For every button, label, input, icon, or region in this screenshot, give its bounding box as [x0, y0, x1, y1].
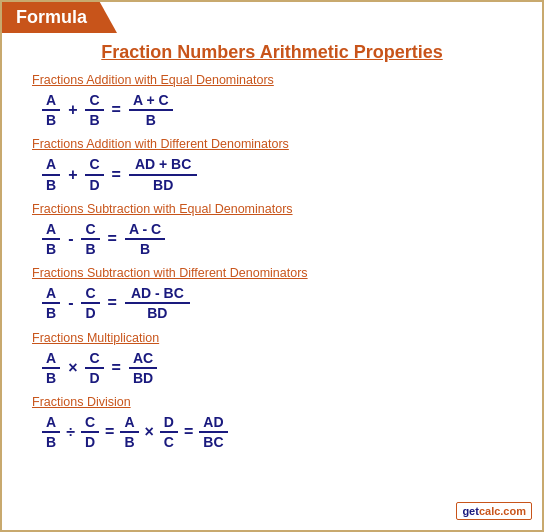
section-label-div: Fractions Division	[32, 395, 512, 409]
frac-admbc-bd: AD - BCBD	[125, 284, 190, 322]
section-label-sub-diff: Fractions Subtraction with Different Den…	[32, 266, 512, 280]
frac-a-b-4: AB	[42, 284, 60, 322]
op-times-2: ×	[145, 423, 154, 441]
frac-c-d-1: CD	[85, 155, 103, 193]
frac-c-d-2: CD	[81, 284, 99, 322]
formula-addition-equal: AB + CB = A + CB	[42, 91, 512, 129]
eq-2: =	[112, 166, 121, 184]
eq-7: =	[184, 423, 193, 441]
formula-addition-diff: AB + CD = AD + BCBD	[42, 155, 512, 193]
op-minus-1: -	[68, 230, 73, 248]
frac-amc-b: A - CB	[125, 220, 165, 258]
op-minus-2: -	[68, 294, 73, 312]
frac-ac-bd: ACBD	[129, 349, 157, 387]
main-title: Fraction Numbers Arithmetic Properties	[32, 42, 512, 63]
frac-a-b-5: AB	[42, 349, 60, 387]
frac-c-d-4: CD	[81, 413, 99, 451]
frac-c-b-2: CB	[81, 220, 99, 258]
eq-3: =	[108, 230, 117, 248]
logo-tld: .com	[500, 505, 526, 517]
formula-sub-equal: AB - CB = A - CB	[42, 220, 512, 258]
tab-label: Formula	[16, 7, 87, 27]
formula-tab: Formula	[2, 2, 117, 33]
formula-div: AB ÷ CD = AB × DC = ADBC	[42, 413, 512, 451]
formula-mult: AB × CD = ACBD	[42, 349, 512, 387]
frac-a-b-6: AB	[42, 413, 60, 451]
frac-c-d-3: CD	[85, 349, 103, 387]
logo-get: get	[462, 505, 479, 517]
eq-6: =	[105, 423, 114, 441]
eq-1: =	[112, 101, 121, 119]
op-plus-2: +	[68, 166, 77, 184]
formula-card: Formula Fraction Numbers Arithmetic Prop…	[0, 0, 544, 532]
logo: getcalc.com	[456, 502, 532, 520]
frac-a-b-1: AB	[42, 91, 60, 129]
frac-a-b-7: AB	[120, 413, 138, 451]
section-label-mult: Fractions Multiplication	[32, 331, 512, 345]
op-plus-1: +	[68, 101, 77, 119]
frac-apc-b: A + CB	[129, 91, 173, 129]
op-div: ÷	[66, 423, 75, 441]
logo-calc: calc	[479, 505, 500, 517]
section-label-sub-equal: Fractions Subtraction with Equal Denomin…	[32, 202, 512, 216]
frac-adpbc-bd: AD + BCBD	[129, 155, 197, 193]
frac-d-c: DC	[160, 413, 178, 451]
section-label-addition-diff: Fractions Addition with Different Denomi…	[32, 137, 512, 151]
formula-sub-diff: AB - CD = AD - BCBD	[42, 284, 512, 322]
eq-4: =	[108, 294, 117, 312]
frac-ad-bc: ADBC	[199, 413, 227, 451]
content-area: Fraction Numbers Arithmetic Properties F…	[2, 2, 542, 471]
frac-c-b-1: CB	[85, 91, 103, 129]
eq-5: =	[112, 359, 121, 377]
op-times-1: ×	[68, 359, 77, 377]
section-label-addition-equal: Fractions Addition with Equal Denominato…	[32, 73, 512, 87]
frac-a-b-2: AB	[42, 155, 60, 193]
frac-a-b-3: AB	[42, 220, 60, 258]
